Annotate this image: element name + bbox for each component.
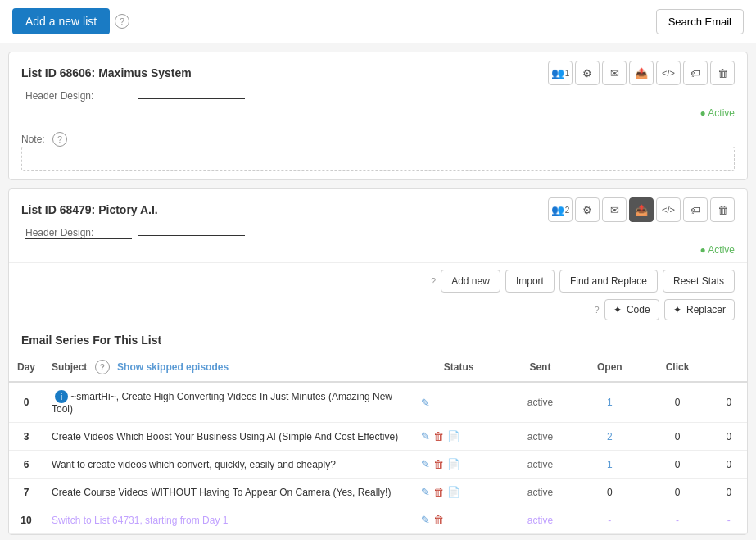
subject-help-icon[interactable]: ? (95, 360, 110, 374)
edit-icon[interactable]: ✎ (421, 458, 430, 470)
row-actions-div-0: ✎ (421, 397, 497, 409)
add-new-button[interactable]: Add new (441, 270, 500, 293)
row-status-2: active (505, 451, 575, 479)
delete-icon[interactable]: 🗑 (433, 486, 444, 498)
delete-icon[interactable]: 🗑 (433, 514, 444, 526)
row-sent-0[interactable]: 1 (575, 382, 644, 423)
list2-header-design: Header Design: (9, 227, 747, 244)
row-click-2: 0 (711, 451, 747, 479)
email-series-table: Day Subject ? Show skipped episodes Stat… (9, 353, 747, 534)
series-title: Email Series For This List (9, 327, 747, 353)
edit-icon[interactable]: ✎ (421, 430, 430, 442)
copy-icon[interactable]: 📄 (447, 486, 460, 498)
row-status-0: active (505, 382, 575, 423)
row-actions-3: ✎🗑📄 (413, 479, 505, 506)
actions-help-icon[interactable]: ? (431, 276, 436, 286)
code-icon: </> (662, 68, 675, 78)
list-header-1: List ID 68606: Maximus System 👥1 ⚙ ✉ 📤 <… (9, 52, 747, 90)
list1-note-label: Note: ? (21, 134, 67, 145)
list-title-1: List ID 68606: Maximus System (21, 66, 192, 79)
edit-icon[interactable]: ✎ (421, 486, 430, 498)
top-bar: Add a new list ? Search Email (0, 0, 756, 43)
delete-icon[interactable]: 🗑 (433, 430, 444, 442)
col-status: Status (413, 353, 505, 382)
col-subject: Subject ? Show skipped episodes (43, 353, 413, 382)
search-email-button[interactable]: Search Email (656, 9, 744, 34)
show-skipped-link[interactable]: Show skipped episodes (117, 361, 229, 373)
row-open-0: 0 (645, 382, 711, 423)
table-row: 3Create Videos Which Boost Your Business… (9, 423, 747, 451)
row-click-4: - (711, 506, 747, 534)
replacer-button[interactable]: ✦ Replacer (664, 299, 735, 320)
send-icon: 📤 (635, 67, 648, 79)
list2-send-button[interactable]: 📤 (629, 197, 654, 222)
col-day: Day (9, 353, 43, 382)
table-row: 10Switch to List 64731, starting from Da… (9, 506, 747, 534)
row-actions-0: ✎ (413, 382, 505, 423)
add-new-list-button[interactable]: Add a new list (12, 8, 110, 34)
list1-send-button[interactable]: 📤 (629, 61, 654, 85)
list1-header-design-value (138, 98, 245, 99)
row-actions-2: ✎🗑📄 (413, 451, 505, 479)
list2-email-button[interactable]: ✉ (602, 197, 627, 222)
note-help-icon[interactable]: ? (52, 132, 67, 147)
row-day-1: 3 (9, 423, 43, 451)
row-open-2: 0 (645, 451, 711, 479)
edit-icon[interactable]: ✎ (421, 397, 430, 409)
list1-tag-button[interactable]: 🏷 (683, 61, 708, 85)
list2-settings-button[interactable]: ⚙ (575, 197, 600, 222)
list-card-2: List ID 68479: Pictory A.I. 👥2 ⚙ ✉ 📤 </>… (8, 188, 748, 535)
list2-icon-buttons: 👥2 ⚙ ✉ 📤 </> 🏷 🗑 (548, 197, 735, 222)
copy-icon[interactable]: 📄 (447, 458, 460, 470)
table-row: 6Want to create videos which convert, qu… (9, 451, 747, 479)
list1-users-button[interactable]: 👥1 (548, 61, 573, 85)
envelope-icon: ✉ (610, 67, 619, 79)
trash-icon: 🗑 (718, 204, 728, 216)
list1-header-design: Header Design: (9, 90, 747, 107)
delete-icon[interactable]: 🗑 (433, 458, 444, 470)
copy-icon[interactable]: 📄 (447, 430, 460, 442)
find-replace-button[interactable]: Find and Replace (559, 270, 658, 293)
code-help-icon[interactable]: ? (594, 305, 599, 315)
edit-icon[interactable]: ✎ (421, 514, 430, 526)
reset-stats-button[interactable]: Reset Stats (663, 270, 735, 293)
info-icon[interactable]: i (55, 390, 68, 403)
switch-link-4[interactable]: Switch to List 64731, starting from Day … (52, 515, 228, 526)
list2-users-button[interactable]: 👥2 (548, 197, 573, 222)
code-button[interactable]: ✦ Code (604, 299, 659, 320)
import-button[interactable]: Import (505, 270, 555, 293)
add-new-help-icon[interactable]: ? (115, 14, 129, 29)
row-click-3: 0 (711, 479, 747, 506)
row-day-0: 0 (9, 382, 43, 423)
row-open-4: - (645, 506, 711, 534)
list-header-2: List ID 68479: Pictory A.I. 👥2 ⚙ ✉ 📤 </>… (9, 189, 747, 227)
list2-active-badge: Active (9, 244, 747, 262)
row-sent-4: - (575, 506, 644, 534)
envelope-icon: ✉ (610, 204, 619, 216)
row-open-3: 0 (645, 479, 711, 506)
gear-icon: ⚙ (582, 67, 592, 79)
code-icon: </> (662, 205, 675, 215)
row-sent-1[interactable]: 2 (575, 423, 644, 451)
list-title-2: List ID 68479: Pictory A.I. (21, 203, 158, 216)
replacer-symbol-icon: ✦ (673, 304, 681, 315)
list1-settings-button[interactable]: ⚙ (575, 61, 600, 85)
send-icon: 📤 (635, 204, 648, 216)
list1-trash-button[interactable]: 🗑 (710, 61, 735, 85)
row-sent-2[interactable]: 1 (575, 451, 644, 479)
row-subject-3: Create Course Videos WITHOUT Having To A… (43, 479, 413, 506)
list2-header-design-value (138, 235, 245, 236)
row-actions-1: ✎🗑📄 (413, 423, 505, 451)
list2-tag-button[interactable]: 🏷 (683, 197, 708, 222)
list1-email-button[interactable]: ✉ (602, 61, 627, 85)
row-open-1: 0 (645, 423, 711, 451)
row-subject-4: Switch to List 64731, starting from Day … (43, 506, 413, 534)
list1-note-input[interactable] (21, 147, 735, 171)
list-card-1: List ID 68606: Maximus System 👥1 ⚙ ✉ 📤 <… (8, 52, 748, 180)
list2-trash-button[interactable]: 🗑 (710, 197, 735, 222)
list1-header-design-label: Header Design: (25, 90, 132, 102)
col-click: Click (645, 353, 711, 382)
list1-note-area: Note: ? (21, 132, 735, 171)
list1-code-button[interactable]: </> (656, 61, 681, 85)
list2-code-button[interactable]: </> (656, 197, 681, 222)
